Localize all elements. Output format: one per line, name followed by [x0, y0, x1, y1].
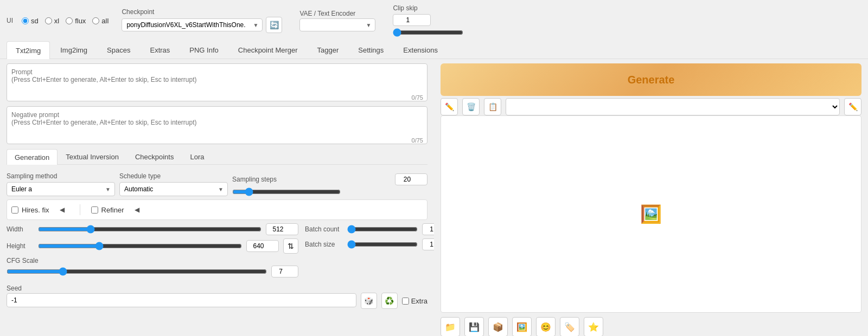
- height-swap-row: Height ⇅: [7, 238, 298, 254]
- tab-spaces[interactable]: Spaces: [98, 41, 139, 59]
- tab-tagger[interactable]: Tagger: [308, 41, 348, 59]
- checkpoint-select-wrapper: ponyDiffusionV6XL_v6StartWithThisOne. ▼: [122, 18, 263, 31]
- image-display-area: 🖼️: [441, 115, 861, 313]
- hires-refiner-divider: [80, 204, 80, 215]
- checkpoint-select[interactable]: ponyDiffusionV6XL_v6StartWithThisOne.: [122, 18, 263, 31]
- height-slider[interactable]: [38, 242, 242, 250]
- extra-checkbox-label[interactable]: Extra: [402, 297, 427, 305]
- schedule-type-wrapper: Automatic Karras Exponential ▼: [119, 182, 228, 196]
- batch-col: Batch count Batch size: [305, 223, 434, 250]
- tab-png-info[interactable]: PNG Info: [180, 41, 227, 59]
- dimensions-col: Width Height ⇅ CFG Scale: [7, 223, 298, 277]
- tab-img2img[interactable]: Img2img: [51, 41, 97, 59]
- tab-extras[interactable]: Extras: [141, 41, 179, 59]
- batch-size-label: Batch size: [305, 241, 343, 248]
- trash-icon-button[interactable]: 🗑️: [462, 98, 480, 115]
- zip-icon-button[interactable]: 📦: [488, 317, 508, 336]
- schedule-type-select[interactable]: Automatic Karras Exponential: [119, 182, 228, 196]
- prompt-container: 0/75: [7, 63, 427, 103]
- checkpoint-refresh-button[interactable]: 🔄: [266, 17, 282, 33]
- style-edit-button[interactable]: ✏️: [844, 98, 861, 115]
- style-dropdown[interactable]: [506, 98, 840, 115]
- sampling-steps-input[interactable]: [395, 173, 427, 185]
- right-panel: Generate ✏️ 🗑️ 📋 ✏️ 🖼️ 📁 💾 📦 🖼️ 😊 🏷️ ⭐: [434, 59, 868, 336]
- clip-skip-input[interactable]: [393, 14, 431, 26]
- batch-count-label: Batch count: [305, 225, 343, 233]
- clip-skip-slider[interactable]: [393, 28, 463, 37]
- tag-icon-button[interactable]: 🏷️: [560, 317, 579, 336]
- batch-count-slider[interactable]: [347, 225, 418, 234]
- tab-settings[interactable]: Settings: [349, 41, 393, 59]
- sub-tab-textual-inversion[interactable]: Textual Inversion: [58, 149, 127, 164]
- radio-all[interactable]: all: [92, 17, 108, 25]
- height-row: Height: [7, 240, 279, 252]
- ui-label: UI: [7, 17, 13, 24]
- image-icon-button[interactable]: 🖼️: [512, 317, 532, 336]
- sub-tab-lora[interactable]: Lora: [182, 149, 212, 164]
- seed-dice-button[interactable]: 🎲: [361, 293, 377, 309]
- folder-icon-button[interactable]: 📁: [441, 317, 460, 336]
- schedule-type-label: Schedule type: [119, 172, 228, 180]
- tab-extensions[interactable]: Extensions: [394, 41, 447, 59]
- refiner-checkbox-label[interactable]: Refiner: [91, 206, 124, 214]
- batch-count-row: Batch count: [305, 223, 434, 235]
- sampling-steps-slider[interactable]: [232, 188, 341, 196]
- schedule-type-group: Schedule type Automatic Karras Exponenti…: [119, 172, 228, 196]
- left-panel: 0/75 0/75 Generation Textual Inversion C…: [0, 59, 434, 336]
- floppy-icon-button[interactable]: 💾: [464, 317, 484, 336]
- nav-tabs: Txt2img Img2img Spaces Extras PNG Info C…: [0, 41, 868, 59]
- image-placeholder-icon: 🖼️: [640, 204, 662, 224]
- bottom-toolbar: 📁 💾 📦 🖼️ 😊 🏷️ ⭐: [441, 317, 861, 336]
- sub-tab-generation[interactable]: Generation: [7, 149, 58, 165]
- hires-collapse-button[interactable]: ◀: [56, 203, 69, 216]
- swap-dimensions-button[interactable]: ⇅: [283, 238, 298, 254]
- width-input[interactable]: [266, 223, 298, 235]
- sub-tab-checkpoints[interactable]: Checkpoints: [127, 149, 182, 164]
- extra-label: Extra: [411, 297, 427, 305]
- main-layout: 0/75 0/75 Generation Textual Inversion C…: [0, 59, 868, 336]
- checkpoint-label: Checkpoint: [122, 8, 282, 16]
- sampling-method-group: Sampling method Euler a Euler LMS DPM++ …: [7, 172, 115, 196]
- width-slider[interactable]: [38, 225, 261, 234]
- vae-section: VAE / Text Encoder ▼: [299, 10, 375, 31]
- pencil-icon-button[interactable]: ✏️: [441, 98, 458, 115]
- radio-sd[interactable]: sd: [22, 17, 39, 25]
- vae-select[interactable]: [299, 18, 375, 31]
- dimensions-area: Width Height ⇅ CFG Scale: [7, 223, 427, 277]
- batch-size-input[interactable]: [422, 238, 434, 250]
- hires-fix-checkbox-label[interactable]: Hires. fix: [11, 206, 49, 214]
- radio-xl[interactable]: xl: [45, 17, 59, 25]
- sampling-method-select[interactable]: Euler a Euler LMS DPM++ 2M: [7, 182, 115, 196]
- hires-refiner-row: Hires. fix ◀ Refiner ◀: [7, 199, 427, 220]
- hires-fix-checkbox[interactable]: [11, 206, 18, 214]
- hires-fix-label: Hires. fix: [22, 206, 49, 214]
- negative-prompt-textarea[interactable]: [7, 106, 427, 144]
- seed-input[interactable]: [7, 293, 356, 307]
- cfg-scale-input[interactable]: [271, 266, 298, 277]
- prompt-textarea[interactable]: [7, 63, 427, 101]
- sampling-settings-row: Sampling method Euler a Euler LMS DPM++ …: [7, 172, 427, 196]
- refiner-checkbox[interactable]: [91, 206, 98, 214]
- clipboard-icon-button[interactable]: 📋: [484, 98, 501, 115]
- star-icon-button[interactable]: ⭐: [584, 317, 603, 336]
- cfg-scale-slider[interactable]: [7, 267, 267, 276]
- smiley-icon-button[interactable]: 😊: [536, 317, 556, 336]
- tab-txt2img[interactable]: Txt2img: [7, 41, 50, 59]
- seed-recycle-button[interactable]: ♻️: [381, 293, 398, 309]
- tab-checkpoint-merger[interactable]: Checkpoint Merger: [229, 41, 307, 59]
- refiner-collapse-button[interactable]: ◀: [130, 203, 143, 216]
- vae-select-wrapper: ▼: [299, 18, 375, 31]
- batch-size-row: Batch size: [305, 238, 434, 250]
- seed-group: Seed: [7, 285, 356, 307]
- width-row: Width: [7, 223, 298, 235]
- radio-flux[interactable]: flux: [66, 17, 86, 25]
- generate-button[interactable]: Generate: [441, 63, 861, 96]
- top-bar: UI sd xl flux all Checkpoint ponyDiffusi…: [0, 0, 868, 41]
- batch-count-input[interactable]: [422, 223, 434, 235]
- clip-label: Clip skip: [393, 4, 463, 12]
- batch-size-slider[interactable]: [347, 240, 418, 249]
- sampling-steps-group: Sampling steps: [232, 173, 427, 196]
- extra-checkbox[interactable]: [402, 298, 409, 305]
- height-input[interactable]: [246, 240, 279, 252]
- width-label: Width: [7, 225, 34, 233]
